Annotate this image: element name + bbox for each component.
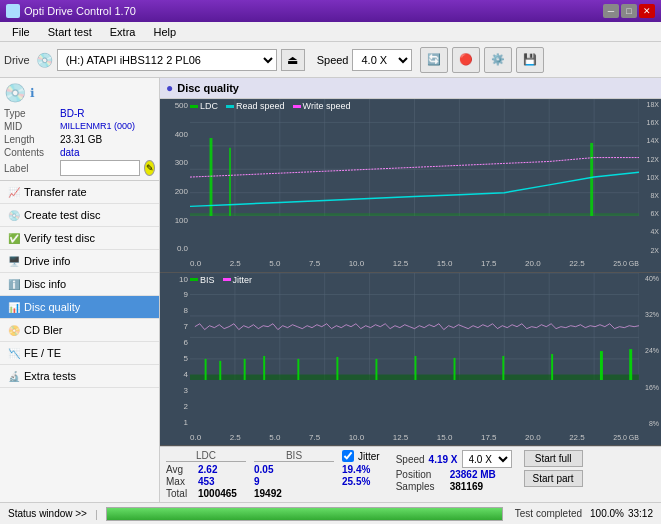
writespeed-legend-label: Write speed <box>303 101 351 111</box>
menu-extra[interactable]: Extra <box>102 24 144 40</box>
svg-rect-45 <box>454 357 456 379</box>
toolbar: Drive 💿 (H:) ATAPI iHBS112 2 PL06 ⏏ Spee… <box>0 42 661 78</box>
app-title: Opti Drive Control 1.70 <box>24 5 136 17</box>
position-label: Position <box>396 469 446 480</box>
length-key: Length <box>4 134 56 145</box>
sidebar-item-transfer-rate[interactable]: 📈 Transfer rate <box>0 181 159 204</box>
ldc-stats: LDC Avg 2.62 Max 453 Total 1000465 <box>166 450 246 499</box>
disc-quality-icon: 📊 <box>8 302 20 313</box>
menu-bar: File Start test Extra Help <box>0 22 661 42</box>
menu-file[interactable]: File <box>4 24 38 40</box>
readspeed-legend-label: Read speed <box>236 101 285 111</box>
bis-legend-color <box>190 278 198 281</box>
jitter-legend-color <box>223 278 231 281</box>
sidebar-item-drive-info[interactable]: 🖥️ Drive info <box>0 250 159 273</box>
drive-icon: 💿 <box>36 52 53 68</box>
mid-val: MILLENMR1 (000) <box>60 121 135 132</box>
content-title: Disc quality <box>177 82 239 94</box>
jitter-stats: Jitter 19.4% 25.5% <box>342 450 380 487</box>
sidebar-item-create-test-disc[interactable]: 💿 Create test disc <box>0 204 159 227</box>
sidebar-item-cd-bler[interactable]: 📀 CD Bler <box>0 319 159 342</box>
label-input[interactable] <box>60 160 140 176</box>
jitter-max: 25.5% <box>342 476 370 487</box>
jitter-checkbox[interactable] <box>342 450 354 462</box>
sidebar-item-disc-quality[interactable]: 📊 Disc quality <box>0 296 159 319</box>
sidebar-nav: 📈 Transfer rate 💿 Create test disc ✅ Ver… <box>0 181 159 388</box>
speed-val: 4.19 X <box>429 454 458 465</box>
svg-rect-46 <box>502 355 504 379</box>
status-time: 33:12 <box>628 508 657 519</box>
label-key: Label <box>4 163 56 174</box>
start-full-button[interactable]: Start full <box>524 450 583 467</box>
stats-area: LDC Avg 2.62 Max 453 Total 1000465 BIS <box>160 446 661 502</box>
ldc-total: 1000465 <box>198 488 237 499</box>
ldc-legend-label: LDC <box>200 101 218 111</box>
minimize-button[interactable]: ─ <box>603 4 619 18</box>
speed-select-stats[interactable]: 4.0 X <box>462 450 512 468</box>
action-buttons: Start full Start part <box>524 450 583 487</box>
chart2-container: BIS Jitter 10 9 8 7 6 5 4 3 <box>160 273 661 447</box>
sidebar: 💿 ℹ Type BD-R MID MILLENMR1 (000) Length… <box>0 78 160 502</box>
svg-rect-47 <box>551 354 553 380</box>
speed-stats: Speed 4.19 X 4.0 X Position 23862 MB Sam… <box>396 450 512 492</box>
settings-button[interactable]: ⚙️ <box>484 47 512 73</box>
content-header: ● Disc quality <box>160 78 661 99</box>
menu-start-test[interactable]: Start test <box>40 24 100 40</box>
readspeed-legend-color <box>226 105 234 108</box>
progress-percent: 100.0% <box>590 508 624 519</box>
chart1-container: LDC Read speed Write speed 500 400 30 <box>160 99 661 273</box>
svg-rect-39 <box>244 358 246 379</box>
bis-max: 9 <box>254 476 260 487</box>
chart2-y-axis-right: 40% 32% 24% 16% 8% <box>639 273 661 430</box>
sidebar-item-verify-test-disc[interactable]: ✅ Verify test disc <box>0 227 159 250</box>
chart1-legend: LDC Read speed Write speed <box>190 101 350 111</box>
speed-select[interactable]: 4.0 X <box>352 49 412 71</box>
type-val: BD-R <box>60 108 84 119</box>
label-icon[interactable]: ✎ <box>144 160 155 176</box>
close-button[interactable]: ✕ <box>639 4 655 18</box>
maximize-button[interactable]: □ <box>621 4 637 18</box>
chart2-x-axis: 0.0 2.5 5.0 7.5 10.0 12.5 15.0 17.5 20.0… <box>190 429 639 445</box>
svg-rect-48 <box>600 351 603 380</box>
chart2-y-axis-left: 10 9 8 7 6 5 4 3 2 1 <box>160 273 190 430</box>
svg-rect-17 <box>210 138 213 216</box>
cd-bler-icon: 📀 <box>8 325 20 336</box>
progress-bar-container <box>106 507 503 521</box>
content-header-icon: ● <box>166 81 173 95</box>
refresh-button[interactable]: 🔄 <box>420 47 448 73</box>
bis-avg: 0.05 <box>254 464 273 475</box>
chart2-svg <box>190 273 639 380</box>
svg-rect-38 <box>219 360 221 380</box>
eject-button[interactable]: ⏏ <box>281 49 305 71</box>
drive-info-icon: 🖥️ <box>8 256 20 267</box>
start-part-button[interactable]: Start part <box>524 470 583 487</box>
fe-te-icon: 📉 <box>8 348 20 359</box>
drive-select[interactable]: (H:) ATAPI iHBS112 2 PL06 <box>57 49 277 71</box>
sidebar-item-extra-tests[interactable]: 🔬 Extra tests <box>0 365 159 388</box>
chart2-legend: BIS Jitter <box>190 275 252 285</box>
sidebar-item-fe-te[interactable]: 📉 FE / TE <box>0 342 159 365</box>
svg-rect-40 <box>263 355 265 379</box>
disc-header-icon: ℹ <box>30 86 35 100</box>
chart1-x-axis: 0.0 2.5 5.0 7.5 10.0 12.5 15.0 17.5 20.0… <box>190 256 639 272</box>
samples-val: 381169 <box>450 481 483 492</box>
save-button[interactable]: 💾 <box>516 47 544 73</box>
progress-bar-fill <box>107 508 502 520</box>
length-val: 23.31 GB <box>60 134 102 145</box>
title-bar: Opti Drive Control 1.70 ─ □ ✕ <box>0 0 661 22</box>
status-window-button[interactable]: Status window >> <box>4 508 91 519</box>
chart1-y-axis-right: 18X 16X 14X 12X 10X 8X 6X 4X 2X <box>639 99 661 256</box>
divider: | <box>95 508 98 520</box>
menu-help[interactable]: Help <box>145 24 184 40</box>
svg-rect-16 <box>190 213 639 216</box>
content-area: ● Disc quality LDC Read speed <box>160 78 661 502</box>
writespeed-legend-color <box>293 105 301 108</box>
svg-rect-43 <box>375 358 377 379</box>
sidebar-item-disc-info[interactable]: ℹ️ Disc info <box>0 273 159 296</box>
verify-test-icon: ✅ <box>8 233 20 244</box>
burn-button[interactable]: 🔴 <box>452 47 480 73</box>
chart1-svg <box>190 99 639 216</box>
avg-label: Avg <box>166 464 194 475</box>
svg-rect-41 <box>297 358 299 379</box>
ldc-max: 453 <box>198 476 215 487</box>
